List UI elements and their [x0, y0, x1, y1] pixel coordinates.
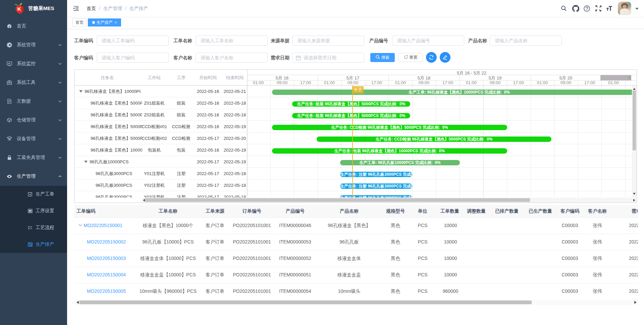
svg-text:K: K — [17, 6, 21, 12]
